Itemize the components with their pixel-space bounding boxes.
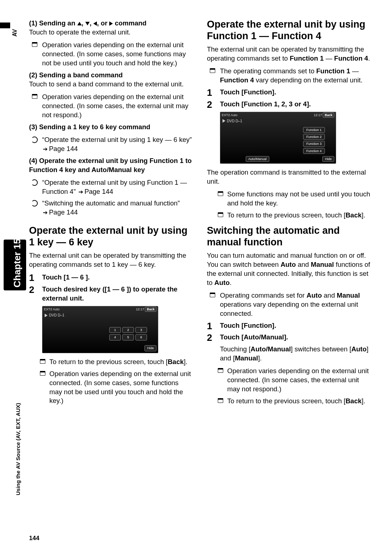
after-bullet-1: To return to the previous screen, touch …: [29, 358, 192, 367]
bullet-r1: The operating commands set to Function 1…: [207, 67, 370, 85]
ss-func-4[interactable]: Function 4: [303, 148, 325, 154]
ss-func-1[interactable]: Function 1: [303, 127, 325, 133]
heading-2: (2) Sending a band command Touch to send…: [29, 71, 192, 89]
arrow-ref-icon: [42, 208, 49, 216]
page-number: 144: [29, 534, 39, 543]
bullet-r6: To return to the previous screen, touch …: [207, 397, 370, 406]
section-2-title: Operate the external unit by using Funct…: [207, 19, 370, 42]
ref-2: “Operate the external unit by using Func…: [29, 178, 192, 196]
ss-key-6[interactable]: 6: [135, 334, 147, 340]
arrow-left-icon: [93, 21, 97, 26]
ss-func-2[interactable]: Function 2: [303, 134, 325, 140]
step-r3: 1Touch [Function].: [207, 321, 370, 330]
h1-pre: (1) Sending an: [29, 19, 77, 27]
arrow-ref-icon: [78, 188, 85, 195]
screenshot-functions: EXT2 Auto 12:17 Back DVD D–1 Function 1 …: [220, 112, 336, 164]
side-section-label: Using the AV Source (AV, EXT, AUX): [15, 403, 22, 495]
screenshot-keys: EXT2 Auto 12:17 Back DVD D–1 1 2 3 4 5 6…: [42, 306, 158, 353]
arrow-right-icon: [109, 21, 113, 26]
right-column: Operate the external unit by using Funct…: [207, 19, 370, 533]
side-black-marker: [0, 23, 10, 28]
step-2: 2Touch desired key ([1 — 6 ]) to operate…: [29, 285, 192, 303]
step-r4-desc: Touching [Auto/Manual] switches between …: [207, 345, 370, 363]
page-body: (1) Sending an , , , or command Touch to…: [29, 19, 370, 533]
ss-back-button[interactable]: Back: [145, 307, 156, 312]
p1: Touch to operate the external unit.: [29, 28, 131, 36]
ss-key-4[interactable]: 4: [109, 334, 121, 340]
section-3-intro: You can turn automatic and manual functi…: [207, 251, 370, 287]
arrow-ref-icon: [42, 145, 49, 152]
ss-key-2[interactable]: 2: [122, 327, 134, 333]
play-icon: [222, 119, 225, 123]
bullet-2: Operation varies depending on the extern…: [29, 93, 192, 120]
bullet-1: Operation varies depending on the extern…: [29, 41, 192, 68]
section-3-title: Switching the automatic and manual funct…: [207, 225, 370, 248]
step-r2: 2Touch [Function 1, 2, 3 or 4].: [207, 100, 370, 109]
ss-key-grid: 1 2 3 4 5 6: [109, 327, 147, 340]
bullet-r4: Operating commands set for Auto and Manu…: [207, 291, 370, 318]
ss-func-list: Function 1 Function 2 Function 3 Functio…: [303, 127, 325, 154]
play-icon: [45, 314, 48, 317]
h1-post: command: [113, 19, 147, 27]
ss-key-3[interactable]: 3: [135, 327, 147, 333]
ss-func-3[interactable]: Function 3: [303, 141, 325, 147]
step-r1: 1Touch [Function].: [207, 88, 370, 97]
step-r4: 2Touch [Auto/Manual].: [207, 333, 370, 342]
heading-3: (3) Sending a 1 key to 6 key command: [29, 123, 192, 132]
after-bullet-2: Operation varies depending on the extern…: [29, 370, 192, 406]
bullet-r3: To return to the previous screen, touch …: [207, 211, 370, 220]
ref-3: “Switching the automatic and manual func…: [29, 199, 192, 217]
heading-1: (1) Sending an , , , or command Touch to…: [29, 19, 192, 37]
heading-4: (4) Operate the external unit by using F…: [29, 156, 192, 175]
ss-key-1[interactable]: 1: [109, 327, 121, 333]
side-label-av: AV: [11, 29, 19, 37]
ss-hide-button[interactable]: Hide: [144, 345, 156, 351]
side-chapter-box: Chapter 15: [4, 240, 26, 290]
bullet-r2: Some functions may not be used until you…: [207, 190, 370, 208]
section-1-title: Operate the external unit by using 1 key…: [29, 225, 192, 248]
step-1: 1Touch [1 — 6 ].: [29, 273, 192, 282]
section-1-intro: The external unit can be operated by tra…: [29, 251, 192, 269]
ref-1: “Operate the external unit by using 1 ke…: [29, 135, 192, 154]
ss-key-5[interactable]: 5: [122, 334, 134, 340]
section-2-intro: The external unit can be operated by tra…: [207, 45, 370, 63]
section-2-after: The operation command is transmitted to …: [207, 168, 370, 186]
ss-back-button[interactable]: Back: [323, 113, 334, 118]
ss-hide-button[interactable]: Hide: [322, 156, 334, 162]
left-column: (1) Sending an , , , or command Touch to…: [29, 19, 192, 533]
side-chapter-label: Chapter 15: [11, 239, 24, 287]
ss-automanual-button[interactable]: Auto/Manual: [246, 156, 269, 162]
arrow-down-icon: [85, 22, 90, 25]
bullet-r5: Operation varies depending on the extern…: [207, 367, 370, 394]
arrow-up-icon: [77, 22, 82, 25]
